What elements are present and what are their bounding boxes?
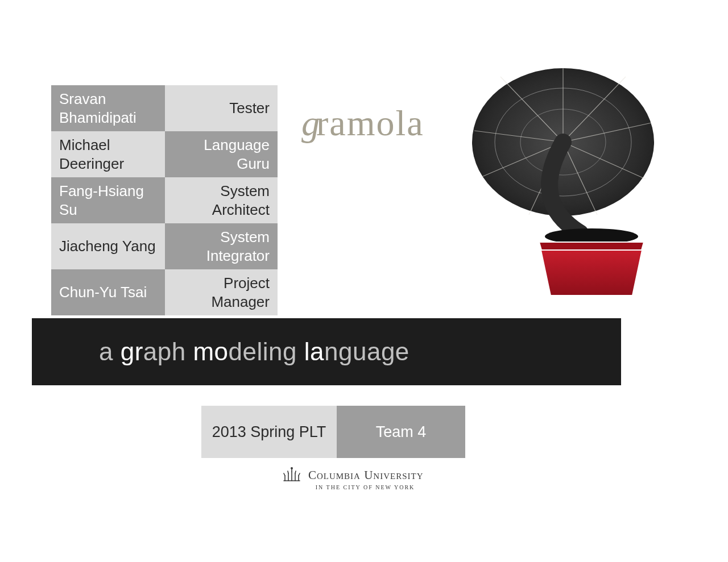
table-row: Fang-Hsiang Su System Architect	[51, 177, 278, 223]
logo-text: ggramolaramola	[301, 102, 424, 144]
table-row: Chun-Yu Tsai Project Manager	[51, 269, 278, 315]
table-row: Sravan Bhamidipati Tester	[51, 85, 278, 131]
university-mark: Columbia University in the city of New Y…	[267, 467, 438, 490]
logo: ggramolaramola	[301, 74, 665, 313]
svg-marker-5	[539, 242, 644, 250]
member-role: Language Guru	[165, 131, 278, 177]
member-role: Tester	[165, 85, 278, 131]
member-name: Chun-Yu Tsai	[51, 269, 165, 315]
member-name: Fang-Hsiang Su	[51, 177, 165, 223]
member-name: Jiacheng Yang	[51, 223, 165, 269]
crown-icon	[282, 467, 302, 483]
member-role: System Architect	[165, 177, 278, 223]
course-bar: 2013 Spring PLT Team 4	[201, 406, 465, 458]
table-row: Jiacheng Yang System Integrator	[51, 223, 278, 269]
course-label: 2013 Spring PLT	[201, 406, 337, 458]
tagline-text: a graph modeling language	[99, 338, 410, 366]
gramophone-icon	[449, 68, 660, 313]
table-row: Michael Deeringer Language Guru	[51, 131, 278, 177]
svg-point-6	[291, 468, 292, 469]
university-sub: in the city of New York	[292, 484, 438, 490]
university-name: Columbia University	[308, 468, 424, 482]
member-role: System Integrator	[165, 223, 278, 269]
member-name: Michael Deeringer	[51, 131, 165, 177]
team-table: Sravan Bhamidipati Tester Michael Deerin…	[51, 85, 278, 315]
member-name: Sravan Bhamidipati	[51, 85, 165, 131]
member-role: Project Manager	[165, 269, 278, 315]
tagline-bar: a graph modeling language	[32, 318, 621, 385]
team-label: Team 4	[337, 406, 465, 458]
